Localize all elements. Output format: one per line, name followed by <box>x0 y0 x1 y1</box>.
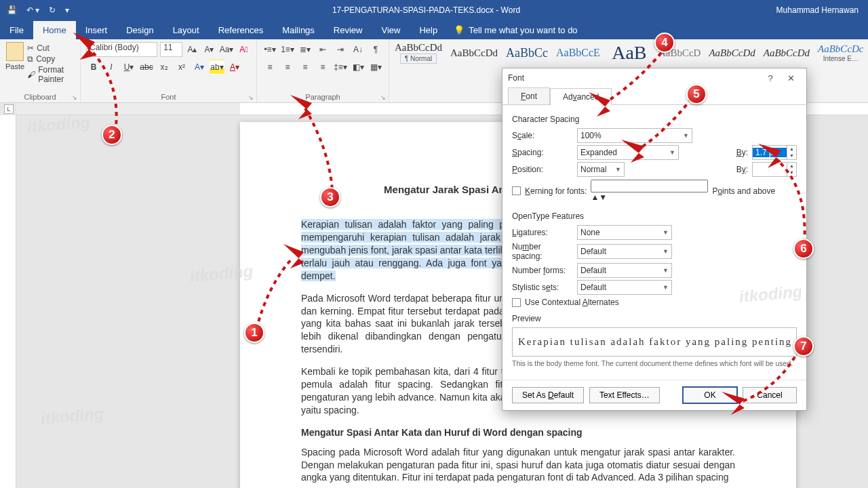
clipboard-launcher-icon[interactable]: ↘ <box>72 94 77 101</box>
tab-selector[interactable]: L <box>4 104 14 114</box>
change-case-button[interactable]: Aa▾ <box>219 42 234 57</box>
qat-dropdown-icon[interactable]: ▾ <box>65 5 69 15</box>
text-effects-button[interactable]: A▾ <box>192 60 207 75</box>
annotation-3: 3 <box>320 187 340 207</box>
tab-design[interactable]: Design <box>117 21 163 39</box>
multilevel-button[interactable]: ≣▾ <box>298 42 313 57</box>
strikethrough-button[interactable]: abc <box>139 60 154 75</box>
tab-view[interactable]: View <box>372 21 410 39</box>
subscript-button[interactable]: x₂ <box>157 60 172 75</box>
align-right-button[interactable]: ≡ <box>298 60 313 75</box>
font-color-button[interactable]: A▾ <box>227 60 242 75</box>
number-forms-combo[interactable]: Default▼ <box>577 263 672 278</box>
paragraph-group-label: Paragraph <box>305 93 340 101</box>
section-character-spacing: Character Spacing <box>512 115 797 124</box>
position-combo[interactable]: Normal▼ <box>577 162 625 177</box>
paragraph-launcher-icon[interactable]: ↘ <box>380 94 386 101</box>
dialog-tab-font[interactable]: Font <box>508 87 550 104</box>
vertical-ruler[interactable] <box>0 115 16 488</box>
numbering-button[interactable]: 1≡▾ <box>280 42 295 57</box>
annotation-1: 1 <box>244 323 264 343</box>
clear-formatting-button[interactable]: A⃠ <box>237 42 251 57</box>
tab-insert[interactable]: Insert <box>76 21 117 39</box>
bullets-button[interactable]: •≡▾ <box>262 42 277 57</box>
font-size-combo[interactable]: 11 <box>160 42 182 57</box>
tell-me[interactable]: 💡 Tell me what you want to do <box>447 21 584 39</box>
superscript-button[interactable]: x² <box>174 60 189 75</box>
spacing-combo[interactable]: Expanded▼ <box>577 145 679 160</box>
style-normal[interactable]: AaBbCcDd¶ Normal <box>395 42 442 64</box>
style-heading1[interactable]: AaBbCc <box>506 46 548 60</box>
scale-combo[interactable]: 100%▼ <box>577 128 692 143</box>
tab-help[interactable]: Help <box>410 21 447 39</box>
style-emphasis[interactable]: AaBbCcDd <box>764 47 810 59</box>
ok-button[interactable]: OK <box>683 387 737 403</box>
preview-label: Preview <box>512 314 797 323</box>
brush-icon: 🖌 <box>27 70 35 79</box>
align-center-button[interactable]: ≡ <box>280 60 295 75</box>
paste-label: Paste <box>5 62 24 70</box>
format-painter-button[interactable]: 🖌Format Painter <box>27 65 72 84</box>
help-button[interactable]: ? <box>760 73 781 83</box>
kerning-size-spinner[interactable]: ▲▼ <box>591 180 708 202</box>
font-name-combo[interactable]: Calibri (Body) <box>86 42 157 57</box>
set-as-default-button[interactable]: Set As Default <box>512 387 584 403</box>
stylistic-sets-combo[interactable]: Default▼ <box>577 280 672 295</box>
tab-home[interactable]: Home <box>33 21 76 39</box>
decrease-indent-button[interactable]: ⇤ <box>315 42 330 57</box>
dialog-tab-advanced[interactable]: Advanced <box>550 88 612 105</box>
undo-icon[interactable]: ↶ ▾ <box>26 5 39 15</box>
copy-button[interactable]: ⧉Copy <box>27 54 72 64</box>
bold-button[interactable]: B <box>86 60 101 75</box>
tab-file[interactable]: File <box>0 21 33 39</box>
ribbon-tabs: File Home Insert Design Layout Reference… <box>0 20 868 39</box>
ligatures-combo[interactable]: None▼ <box>577 225 672 240</box>
tab-review[interactable]: Review <box>324 21 372 39</box>
doc-subheading: Mengatur Spasi Antar Kata dan Huruf di W… <box>301 426 735 439</box>
spacing-by-spinner[interactable]: ▲▼ <box>752 145 797 160</box>
font-dialog: Font ? ✕ Font Advanced Character Spacing… <box>502 68 807 411</box>
contextual-alt-checkbox[interactable] <box>512 298 521 307</box>
show-marks-button[interactable]: ¶ <box>368 42 383 57</box>
number-spacing-label: Number spacing: <box>512 242 573 261</box>
shrink-font-button[interactable]: A▾ <box>202 42 216 57</box>
number-spacing-combo[interactable]: Default▼ <box>577 244 672 259</box>
tab-mailings[interactable]: Mailings <box>273 21 324 39</box>
line-spacing-button[interactable]: ‡≡▾ <box>333 60 348 75</box>
borders-button[interactable]: ▦▾ <box>368 60 383 75</box>
kerning-label: Kerning for fonts: <box>525 186 587 196</box>
save-icon[interactable]: 💾 <box>7 5 17 15</box>
grow-font-button[interactable]: A▴ <box>185 42 199 57</box>
align-left-button[interactable]: ≡ <box>262 60 277 75</box>
annotation-5: 5 <box>686 84 707 104</box>
shading-button[interactable]: ◧▾ <box>351 60 366 75</box>
underline-button[interactable]: U▾ <box>121 60 136 75</box>
position-label: Position: <box>512 165 573 174</box>
spacing-by-label: By: <box>728 148 748 157</box>
tab-references[interactable]: References <box>209 21 273 39</box>
preview-hint: This is the body theme font. The current… <box>512 359 797 367</box>
style-title[interactable]: AaB <box>608 42 650 64</box>
increase-indent-button[interactable]: ⇥ <box>333 42 348 57</box>
justify-button[interactable]: ≡ <box>315 60 330 75</box>
style-intense[interactable]: AaBbCcDcIntense E… <box>818 43 863 62</box>
tab-layout[interactable]: Layout <box>163 21 209 39</box>
position-by-label: By: <box>728 165 748 174</box>
style-nospacing[interactable]: AaBbCcDd <box>450 47 498 59</box>
cancel-button[interactable]: Cancel <box>743 387 797 403</box>
font-launcher-icon[interactable]: ↘ <box>248 94 254 101</box>
text-effects-button[interactable]: Text Effects… <box>589 387 660 403</box>
redo-icon[interactable]: ↻ <box>49 5 56 15</box>
kerning-checkbox[interactable] <box>512 186 521 195</box>
style-heading2[interactable]: AaBbCcE <box>556 47 600 59</box>
close-button[interactable]: ✕ <box>781 73 801 83</box>
paste-button[interactable]: Paste <box>5 42 24 85</box>
highlight-button[interactable]: ab▾ <box>210 60 224 75</box>
position-by-spinner[interactable]: ▲▼ <box>752 162 797 177</box>
style-subtle[interactable]: AaBbCcDd <box>709 47 755 59</box>
clipboard-group-label: Clipboard <box>24 93 56 101</box>
sort-button[interactable]: A↓ <box>351 42 366 57</box>
cut-button[interactable]: ✂Cut <box>27 43 72 53</box>
italic-button[interactable]: I <box>104 60 119 75</box>
lightbulb-icon: 💡 <box>454 25 465 35</box>
